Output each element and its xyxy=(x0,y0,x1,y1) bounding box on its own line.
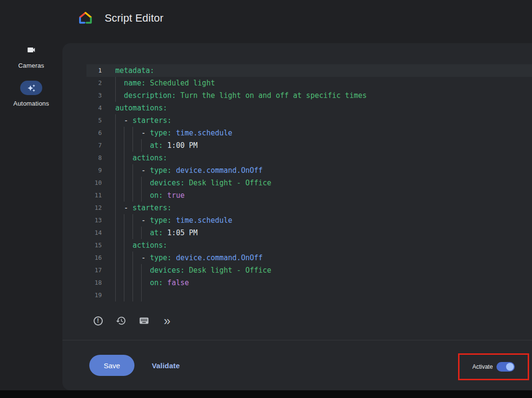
code-token: type: xyxy=(150,214,171,227)
code-token: 1:00 PM xyxy=(163,139,197,152)
automations-icon xyxy=(20,81,42,95)
line-number: 19 xyxy=(86,289,102,302)
line-number: 9 xyxy=(86,164,102,177)
code-token: false xyxy=(163,277,189,289)
code-token: name: xyxy=(124,77,145,89)
code-line[interactable]: 15actions: xyxy=(86,239,532,252)
indent-guides xyxy=(115,252,141,264)
code-editor[interactable]: 1metadata:2name: Scheduled light3descrip… xyxy=(86,64,532,302)
indent-guides xyxy=(115,89,124,102)
indent-guides xyxy=(115,152,133,164)
line-number: 1 xyxy=(86,64,102,77)
code-token: actions: xyxy=(133,152,167,164)
line-content: metadata: xyxy=(102,64,154,77)
line-content: - starters: xyxy=(102,202,171,214)
line-number: 6 xyxy=(86,127,102,139)
indent-guides xyxy=(115,189,150,202)
code-token: description: xyxy=(124,89,176,102)
code-token: - xyxy=(124,202,133,214)
line-content: on: false xyxy=(102,277,189,289)
code-token: - xyxy=(141,252,150,264)
camera-icon xyxy=(26,44,36,56)
code-line[interactable]: 12- starters: xyxy=(86,202,532,214)
annotation-box: Activate xyxy=(458,353,529,380)
code-token: starters: xyxy=(133,202,171,214)
exclamation-glyph: ! xyxy=(94,316,103,326)
keyboard-icon[interactable] xyxy=(137,314,151,327)
line-number: 15 xyxy=(86,239,102,252)
indent-guides xyxy=(115,77,124,89)
code-line[interactable]: 8actions: xyxy=(86,152,532,164)
code-token: devices: xyxy=(150,177,184,189)
indent-guides xyxy=(115,164,141,177)
editor-footer: Save Validate Activate xyxy=(62,340,532,390)
sidebar-item-cameras[interactable]: Cameras xyxy=(18,44,44,69)
indent-guides xyxy=(115,239,133,252)
line-content: at: 1:05 PM xyxy=(102,227,198,239)
line-number: 10 xyxy=(86,177,102,189)
line-content: - type: time.schedule xyxy=(102,127,232,139)
code-line[interactable]: 3description: Turn the light on and off … xyxy=(86,89,532,102)
code-token: on: xyxy=(150,189,163,202)
code-line[interactable]: 7at: 1:00 PM xyxy=(86,139,532,152)
sidebar-item-automations[interactable]: Automations xyxy=(13,81,49,107)
indent-guides xyxy=(115,139,150,152)
indent-guides xyxy=(115,214,141,227)
code-token: - xyxy=(141,127,150,139)
line-number: 8 xyxy=(86,152,102,164)
code-token: device.command.OnOff xyxy=(171,252,263,264)
code-line[interactable]: 14at: 1:05 PM xyxy=(86,227,532,239)
code-token: Scheduled light xyxy=(145,77,215,89)
code-token: time.schedule xyxy=(171,127,232,139)
line-content: on: true xyxy=(102,189,184,202)
sidebar: Cameras Automations xyxy=(0,44,62,107)
code-token: Turn the light on and off at specific ti… xyxy=(176,89,366,102)
code-token: actions: xyxy=(133,239,167,252)
code-line[interactable]: 16- type: device.command.OnOff xyxy=(86,252,532,264)
double-chevron-glyph: » xyxy=(164,315,170,327)
code-line[interactable]: 10devices: Desk light - Office xyxy=(86,177,532,189)
code-token: device.command.OnOff xyxy=(171,164,263,177)
code-token: starters: xyxy=(133,114,171,127)
validate-button[interactable]: Validate xyxy=(152,362,180,370)
indent-guides xyxy=(115,177,150,189)
code-token: - xyxy=(141,164,150,177)
problems-icon[interactable]: ! xyxy=(91,314,105,327)
code-line[interactable]: 18on: false xyxy=(86,277,532,289)
code-line[interactable]: 13- type: time.schedule xyxy=(86,214,532,227)
line-content: - type: time.schedule xyxy=(102,214,232,227)
code-line[interactable]: 11on: true xyxy=(86,189,532,202)
code-token: type: xyxy=(150,127,171,139)
indent-guides xyxy=(115,127,141,139)
code-token: devices: xyxy=(150,264,184,277)
indent-guides xyxy=(115,277,150,289)
line-content: actions: xyxy=(102,152,167,164)
activate-toggle[interactable] xyxy=(496,362,515,372)
line-number: 12 xyxy=(86,202,102,214)
sidebar-item-label: Automations xyxy=(13,100,49,107)
code-token: 1:05 PM xyxy=(163,227,197,239)
line-content: description: Turn the light on and off a… xyxy=(102,89,367,102)
line-number: 14 xyxy=(86,227,102,239)
code-token: Desk light - Office xyxy=(184,264,271,277)
code-token: metadata: xyxy=(115,64,154,77)
code-line[interactable]: 1metadata: xyxy=(86,64,532,77)
line-content: automations: xyxy=(102,102,167,114)
line-number: 17 xyxy=(86,264,102,277)
history-icon[interactable] xyxy=(114,314,128,327)
code-line[interactable]: 5- starters: xyxy=(86,114,532,127)
indent-guides xyxy=(115,114,124,127)
save-button[interactable]: Save xyxy=(89,355,134,376)
indent-guides xyxy=(115,227,150,239)
code-line[interactable]: 17devices: Desk light - Office xyxy=(86,264,532,277)
code-line[interactable]: 4automations: xyxy=(86,102,532,114)
code-line[interactable]: 2name: Scheduled light xyxy=(86,77,532,89)
code-token: Desk light - Office xyxy=(184,177,271,189)
code-line[interactable]: 6- type: time.schedule xyxy=(86,127,532,139)
line-number: 11 xyxy=(86,189,102,202)
more-icon[interactable]: » xyxy=(160,314,174,327)
line-content: - type: device.command.OnOff xyxy=(102,252,263,264)
code-line[interactable]: 19 xyxy=(86,289,532,302)
sidebar-item-label: Cameras xyxy=(18,62,44,69)
code-line[interactable]: 9- type: device.command.OnOff xyxy=(86,164,532,177)
